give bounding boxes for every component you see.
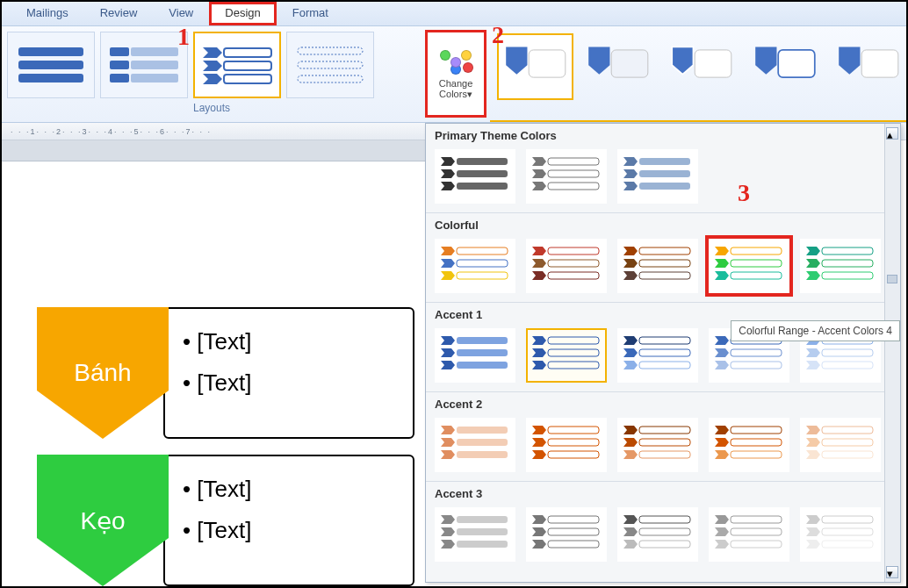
color-option-colorful-4[interactable] bbox=[709, 239, 789, 293]
bullet-2b[interactable]: • [Text] bbox=[183, 510, 395, 551]
svg-marker-112 bbox=[441, 450, 455, 459]
svg-marker-164 bbox=[806, 527, 820, 536]
smartart-row-2[interactable]: Kẹo • [Text] • [Text] bbox=[37, 455, 414, 586]
svg-marker-84 bbox=[532, 336, 546, 345]
color-option-a3-4[interactable] bbox=[709, 507, 789, 562]
svg-marker-86 bbox=[532, 348, 546, 357]
tab-review[interactable]: Review bbox=[84, 2, 154, 25]
svg-marker-100 bbox=[715, 361, 729, 369]
svg-rect-6 bbox=[131, 61, 178, 69]
color-option-a3-2[interactable] bbox=[526, 507, 607, 562]
layout-option-2[interactable] bbox=[100, 32, 188, 98]
scroll-grip[interactable] bbox=[887, 275, 897, 283]
chevron-shape-1[interactable]: Bánh bbox=[37, 307, 169, 439]
svg-marker-80 bbox=[441, 348, 455, 357]
color-option-a3-5[interactable] bbox=[800, 507, 881, 562]
svg-rect-51 bbox=[457, 260, 508, 267]
color-option-a3-3[interactable] bbox=[617, 507, 698, 562]
color-option-a2-2[interactable] bbox=[526, 418, 607, 472]
svg-rect-12 bbox=[224, 61, 271, 70]
svg-rect-139 bbox=[457, 516, 508, 523]
svg-rect-61 bbox=[639, 247, 690, 255]
svg-rect-135 bbox=[822, 439, 873, 446]
svg-rect-17 bbox=[298, 75, 363, 82]
svg-marker-154 bbox=[623, 540, 638, 549]
svg-marker-146 bbox=[532, 527, 546, 536]
color-option-primary-3[interactable] bbox=[617, 149, 698, 204]
color-option-a1-2[interactable] bbox=[526, 328, 607, 383]
scroll-down-icon[interactable]: ▾ bbox=[886, 566, 898, 578]
svg-marker-116 bbox=[532, 438, 546, 447]
svg-rect-43 bbox=[639, 158, 690, 165]
svg-rect-121 bbox=[639, 427, 690, 434]
style-option-5[interactable] bbox=[830, 33, 906, 100]
color-option-colorful-5[interactable] bbox=[800, 239, 881, 293]
color-option-a1-3[interactable] bbox=[617, 328, 698, 383]
bullet-1a[interactable]: • [Text] bbox=[183, 321, 395, 362]
svg-rect-53 bbox=[457, 272, 508, 279]
svg-marker-58 bbox=[532, 271, 546, 280]
svg-marker-70 bbox=[715, 271, 729, 280]
svg-rect-161 bbox=[731, 541, 782, 548]
svg-rect-127 bbox=[731, 427, 782, 434]
svg-rect-83 bbox=[457, 362, 508, 369]
bullet-1b[interactable]: • [Text] bbox=[183, 362, 395, 404]
layout-option-4[interactable] bbox=[286, 32, 374, 98]
svg-rect-67 bbox=[731, 247, 782, 255]
color-option-a3-1[interactable] bbox=[435, 507, 515, 562]
svg-marker-140 bbox=[441, 527, 455, 536]
tab-view[interactable]: View bbox=[153, 2, 209, 25]
svg-rect-147 bbox=[548, 528, 599, 535]
svg-rect-15 bbox=[298, 47, 363, 54]
svg-rect-7 bbox=[110, 74, 129, 82]
color-option-primary-2[interactable] bbox=[526, 149, 607, 204]
tab-format[interactable]: Format bbox=[277, 2, 344, 25]
bullet-box-2[interactable]: • [Text] • [Text] bbox=[163, 455, 414, 586]
svg-marker-38 bbox=[532, 169, 546, 178]
svg-rect-163 bbox=[822, 516, 873, 523]
svg-marker-46 bbox=[623, 182, 638, 190]
bullet-box-1[interactable]: • [Text] • [Text] bbox=[163, 307, 414, 439]
svg-marker-136 bbox=[806, 450, 820, 459]
color-option-a2-1[interactable] bbox=[435, 418, 515, 472]
tab-design[interactable]: Design bbox=[209, 2, 276, 25]
color-option-colorful-3[interactable] bbox=[617, 239, 698, 293]
chevron-shape-2[interactable]: Kẹo bbox=[37, 455, 169, 586]
style-option-2[interactable] bbox=[580, 33, 657, 100]
svg-rect-69 bbox=[731, 260, 782, 267]
svg-rect-79 bbox=[457, 337, 508, 344]
style-option-3[interactable] bbox=[664, 33, 740, 100]
svg-rect-159 bbox=[731, 528, 782, 535]
smartart-row-1[interactable]: Bánh • [Text] • [Text] bbox=[37, 307, 414, 439]
color-option-a2-5[interactable] bbox=[800, 418, 881, 472]
bullet-2a[interactable]: • [Text] bbox=[183, 469, 395, 510]
color-option-a1-1[interactable] bbox=[435, 328, 515, 383]
change-colors-button[interactable]: Change Colors▾ bbox=[425, 30, 486, 118]
color-option-colorful-1[interactable] bbox=[435, 239, 515, 293]
color-option-a2-4[interactable] bbox=[709, 418, 789, 472]
svg-rect-2 bbox=[18, 74, 83, 82]
change-colors-label: Change Colors▾ bbox=[428, 78, 484, 99]
svg-marker-118 bbox=[532, 450, 546, 459]
dropdown-scrollbar[interactable]: ▴ ▾ bbox=[884, 124, 900, 582]
layouts-gallery[interactable] bbox=[2, 26, 422, 98]
color-option-a2-3[interactable] bbox=[617, 418, 698, 472]
style-option-1[interactable] bbox=[497, 33, 573, 100]
color-option-primary-1[interactable] bbox=[435, 149, 515, 204]
svg-marker-34 bbox=[441, 182, 455, 190]
svg-rect-81 bbox=[457, 349, 508, 356]
smartart-graphic[interactable]: Bánh • [Text] • [Text] Kẹo • [Text] • [T… bbox=[37, 307, 414, 588]
svg-marker-22 bbox=[672, 47, 693, 74]
style-option-4[interactable] bbox=[747, 33, 824, 100]
layout-option-3[interactable] bbox=[193, 32, 281, 98]
styles-gallery[interactable] bbox=[490, 26, 906, 122]
layout-option-1[interactable] bbox=[7, 32, 95, 98]
color-option-colorful-2[interactable] bbox=[526, 239, 607, 293]
scroll-up-icon[interactable]: ▴ bbox=[886, 127, 898, 140]
svg-marker-166 bbox=[806, 540, 820, 549]
svg-marker-92 bbox=[623, 348, 638, 357]
tab-mailings[interactable]: Mailings bbox=[11, 2, 84, 25]
svg-marker-54 bbox=[532, 247, 546, 255]
svg-rect-21 bbox=[612, 50, 649, 77]
svg-rect-33 bbox=[457, 170, 508, 177]
